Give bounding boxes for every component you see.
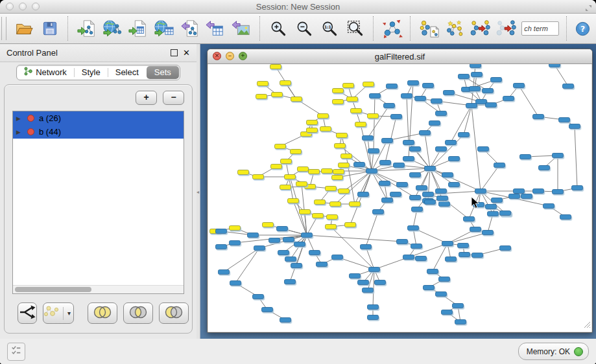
- window-titlebar[interactable]: Session: New Session: [0, 0, 596, 14]
- network-graph[interactable]: [208, 64, 591, 332]
- import-network-file-button[interactable]: [76, 17, 97, 40]
- intersect-sets-button[interactable]: [123, 302, 153, 324]
- select-first-neighbors-icon: [444, 18, 465, 39]
- create-set-from-network-button[interactable]: ▾: [43, 302, 74, 324]
- frame-close-button[interactable]: ✕: [213, 52, 221, 60]
- graph-node: [560, 215, 571, 220]
- search-input[interactable]: [521, 21, 559, 36]
- horizontal-scrollbar[interactable]: [13, 285, 184, 293]
- network-tree-icon: [24, 67, 32, 78]
- graph-node: [326, 187, 337, 191]
- graph-node: [439, 277, 450, 282]
- graph-node: [459, 74, 470, 79]
- export-table-button[interactable]: [205, 17, 226, 40]
- collapse-splitter-icon[interactable]: ◂: [197, 189, 199, 195]
- graph-node: [387, 84, 398, 89]
- show-all-button[interactable]: [495, 17, 517, 40]
- export-image-button[interactable]: [231, 17, 252, 40]
- tab-network[interactable]: Network: [17, 65, 74, 80]
- sets-list[interactable]: ▶ a (26) ▶ b (44): [12, 111, 184, 294]
- import-table-web-button[interactable]: [154, 17, 175, 40]
- graph-node: [553, 154, 564, 158]
- close-panel-icon[interactable]: ✕: [183, 49, 190, 57]
- import-table-file-icon: [128, 19, 148, 38]
- network-window-title: galFiltered.sif: [208, 52, 592, 62]
- minimize-window-button[interactable]: [19, 3, 27, 10]
- list-item-set-a[interactable]: ▶ a (26): [13, 111, 184, 125]
- network-window[interactable]: ✕ − + galFiltered.sif: [207, 49, 593, 333]
- open-session-button[interactable]: [14, 17, 35, 40]
- memory-ok-indicator: [574, 347, 583, 356]
- fullscreen-icon[interactable]: [585, 3, 592, 14]
- apply-layout-button[interactable]: [381, 17, 403, 40]
- graph-node: [363, 288, 374, 293]
- save-floppy-icon: [41, 19, 59, 38]
- graph-node: [350, 202, 361, 207]
- dropdown-caret-icon[interactable]: ▾: [65, 310, 73, 317]
- remove-set-button[interactable]: −: [163, 91, 184, 105]
- frame-minimize-button[interactable]: −: [226, 52, 234, 60]
- zoom-fit-button[interactable]: [345, 17, 366, 40]
- zoom-window-button[interactable]: [32, 3, 40, 10]
- graph-node: [285, 175, 296, 179]
- split-set-button[interactable]: [18, 302, 37, 324]
- faded-network-icon: [43, 304, 62, 323]
- tab-sets[interactable]: Sets: [147, 66, 179, 79]
- graph-node: [373, 210, 384, 214]
- close-window-button[interactable]: [6, 3, 14, 10]
- graph-node: [384, 104, 395, 108]
- union-sets-button[interactable]: [88, 302, 117, 324]
- toolbar-drag-handle[interactable]: [1, 17, 6, 40]
- frame-zoom-button[interactable]: +: [239, 52, 247, 60]
- graph-node: [368, 305, 379, 310]
- graph-node: [345, 223, 356, 227]
- network-desktop: ✕ − + galFiltered.sif: [200, 44, 596, 339]
- save-session-button[interactable]: [40, 17, 61, 40]
- graph-node: [500, 246, 511, 251]
- graph-node: [256, 95, 267, 99]
- import-table-file-button[interactable]: [128, 17, 149, 40]
- add-set-button[interactable]: +: [136, 91, 157, 105]
- graph-node: [358, 192, 369, 197]
- zoom-in-button[interactable]: [267, 17, 289, 40]
- difference-sets-button[interactable]: [159, 302, 189, 324]
- new-network-from-selection-button[interactable]: [418, 17, 440, 40]
- list-item-set-b[interactable]: ▶ b (44): [13, 125, 184, 139]
- scrollbar-thumb[interactable]: [15, 287, 91, 292]
- zoom-out-button[interactable]: [293, 17, 315, 40]
- tab-select[interactable]: Select: [108, 65, 146, 80]
- sets-panel: + − ▶ a (26) ▶ b (44): [4, 84, 193, 334]
- hide-selected-button[interactable]: [470, 17, 492, 40]
- memory-status-label: Memory: OK: [527, 347, 570, 356]
- select-first-neighbors-button[interactable]: [444, 17, 466, 40]
- network-window-titlebar[interactable]: ✕ − + galFiltered.sif: [208, 49, 592, 64]
- graph-node: [354, 163, 365, 167]
- graph-node: [355, 122, 366, 127]
- graph-node: [416, 256, 427, 261]
- disclosure-triangle-icon[interactable]: ▶: [16, 129, 23, 135]
- network-canvas[interactable]: [208, 64, 591, 332]
- disclosure-triangle-icon[interactable]: ▶: [16, 115, 23, 122]
- graph-node: [514, 84, 525, 88]
- task-history-button[interactable]: [7, 343, 25, 361]
- window-title: Session: New Session: [0, 2, 596, 12]
- resize-grip-icon[interactable]: [582, 319, 591, 331]
- graph-node: [514, 189, 525, 194]
- memory-status-button[interactable]: Memory: OK: [518, 343, 589, 360]
- graph-node: [318, 114, 329, 119]
- float-panel-icon[interactable]: [171, 49, 178, 56]
- app-window: Session: New Session 1:1 ?: [0, 0, 596, 364]
- zoom-actual-size-button[interactable]: 1:1: [319, 17, 340, 40]
- graph-node: [436, 111, 447, 116]
- export-network-button[interactable]: [179, 17, 200, 40]
- tab-style[interactable]: Style: [75, 65, 108, 80]
- help-button[interactable]: ?: [575, 17, 591, 40]
- graph-node: [382, 139, 393, 143]
- import-network-web-button[interactable]: [102, 17, 123, 40]
- graph-node: [476, 100, 487, 104]
- graph-node: [521, 194, 532, 199]
- graph-node: [408, 226, 419, 231]
- graph-node: [403, 141, 414, 145]
- graph-node: [254, 246, 265, 251]
- graph-node: [370, 94, 381, 98]
